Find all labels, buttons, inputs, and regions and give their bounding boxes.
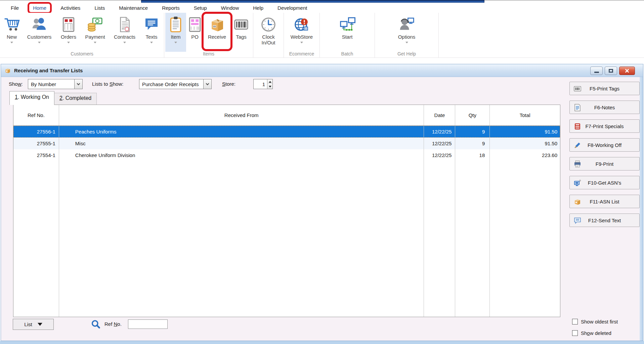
menu-item-window[interactable]: Window bbox=[220, 4, 240, 11]
window-title: Receiving and Transfer Lists bbox=[14, 68, 83, 73]
orders-icon bbox=[59, 15, 78, 34]
payment-icon bbox=[86, 15, 104, 34]
chevron-down-icon[interactable] bbox=[174, 42, 177, 43]
fkey-button-f8workingoff[interactable]: F8-Working Off bbox=[569, 138, 640, 152]
chevron-down-icon[interactable] bbox=[10, 42, 13, 43]
table-body: 27556-1Peaches Uniforms12/22/25991.50275… bbox=[13, 126, 560, 161]
tab-workingon[interactable]: 1. Working On bbox=[9, 91, 54, 105]
toolbar-button-label: Clock In/Out bbox=[262, 34, 275, 46]
fkey-button-f6notes[interactable]: F6-Notes bbox=[569, 101, 640, 114]
tags-icon bbox=[232, 15, 250, 34]
menu-item-reports[interactable]: Reports bbox=[161, 4, 180, 11]
table-row[interactable]: 27556-1Peaches Uniforms12/22/25991.50 bbox=[13, 126, 560, 138]
empty-column bbox=[490, 161, 560, 317]
minimize-button[interactable] bbox=[590, 67, 603, 75]
toolbar-group-label: Batch bbox=[320, 51, 375, 56]
fkey-button-f11asnlist[interactable]: F11-ASN List bbox=[569, 195, 640, 208]
fkey-button-f7printspecials[interactable]: F7-Print Specials bbox=[569, 119, 640, 133]
show-dropdown-value: By Number bbox=[31, 81, 56, 87]
menu-item-home[interactable]: Home bbox=[32, 4, 47, 11]
menu-item-maintenance[interactable]: Maintenance bbox=[118, 4, 148, 11]
toolbar-button-orders[interactable]: Orders bbox=[56, 13, 81, 52]
chevron-down-icon[interactable] bbox=[123, 42, 126, 43]
list-menu-button[interactable]: List bbox=[13, 319, 54, 330]
toolbar-button-label: Receive bbox=[208, 34, 226, 40]
chevron-down-icon[interactable] bbox=[38, 42, 41, 43]
fkey-label: F8-Working Off bbox=[588, 142, 621, 148]
store-spinner[interactable]: 1 bbox=[253, 79, 273, 89]
store-label: Store: bbox=[222, 81, 235, 87]
box-icon bbox=[573, 198, 582, 206]
checkbox[interactable] bbox=[572, 330, 578, 336]
toolbar-button-start[interactable]: Start bbox=[322, 13, 373, 52]
toolbar-button-new[interactable]: New bbox=[1, 13, 23, 52]
toolbar-button-po[interactable]: PO bbox=[186, 13, 204, 52]
show-dropdown[interactable]: By Number bbox=[28, 79, 83, 89]
toolbar-button-receive[interactable]: Receive bbox=[204, 13, 230, 52]
table-row[interactable]: 27555-1Misc12/22/25991.50 bbox=[13, 138, 560, 149]
maximize-button[interactable] bbox=[605, 67, 617, 75]
column-header-total[interactable]: Total bbox=[490, 105, 560, 125]
column-header-date[interactable]: Date bbox=[424, 105, 455, 125]
fkey-button-f9print[interactable]: F9-Print bbox=[569, 157, 640, 170]
checkbox[interactable] bbox=[572, 319, 578, 324]
tab-completed[interactable]: 2. Completed bbox=[54, 93, 97, 105]
chevron-down-icon[interactable] bbox=[203, 79, 211, 89]
window-controls bbox=[590, 67, 635, 75]
fkey-button-f5printtags[interactable]: F5-Print Tags bbox=[569, 82, 640, 95]
menu-item-development[interactable]: Development bbox=[277, 4, 308, 11]
printer-icon bbox=[573, 160, 582, 168]
cell-date: 12/22/25 bbox=[424, 138, 455, 149]
window-titlebar[interactable]: Receiving and Transfer Lists bbox=[1, 64, 643, 77]
cart-icon bbox=[3, 15, 21, 34]
cell-qty: 9 bbox=[455, 126, 490, 138]
toolbar-button-item[interactable]: Item bbox=[165, 13, 186, 52]
options-icon bbox=[398, 15, 416, 34]
toolbar-button-tags[interactable]: Tags bbox=[230, 13, 252, 52]
pencil-icon bbox=[573, 141, 582, 149]
cell-qty: 9 bbox=[455, 138, 490, 149]
menu-item-file[interactable]: File bbox=[10, 4, 19, 11]
chevron-down-icon[interactable] bbox=[405, 42, 408, 43]
toolbar-button-contracts[interactable]: Contracts bbox=[109, 13, 140, 52]
ref-no-label: Ref No. bbox=[104, 321, 122, 327]
chevron-down-icon[interactable] bbox=[300, 42, 303, 43]
toolbar-button-options[interactable]: Options bbox=[390, 13, 424, 52]
toolbar-button-label: Start bbox=[342, 34, 353, 40]
table-row[interactable]: 27554-1Cherokee Uniform Division12/22/25… bbox=[13, 149, 560, 161]
cell-date: 12/22/25 bbox=[424, 126, 455, 138]
window-frame-bottom bbox=[0, 341, 644, 344]
toolbar-button-webstore[interactable]: WebStore bbox=[285, 13, 318, 52]
spinner-up-icon bbox=[269, 81, 271, 83]
spinner-down-button[interactable] bbox=[267, 84, 272, 89]
chevron-down-icon[interactable] bbox=[150, 42, 153, 43]
fkey-label: F7-Print Specials bbox=[585, 123, 624, 129]
spinner-up-button[interactable] bbox=[267, 79, 272, 84]
chevron-down-icon[interactable] bbox=[74, 79, 82, 89]
contracts-icon bbox=[116, 15, 134, 34]
column-header-refno[interactable]: Ref No. bbox=[13, 105, 59, 125]
fkey-button-f10getasns[interactable]: F10-Get ASN's bbox=[569, 176, 640, 189]
close-button[interactable] bbox=[619, 67, 635, 75]
toolbar-button-label: WebStore bbox=[291, 34, 313, 40]
toolbar-button-customers[interactable]: Customers bbox=[23, 13, 56, 52]
lists-to-show-dropdown[interactable]: Purchase Order Receipts bbox=[139, 79, 212, 89]
menu-item-lists[interactable]: Lists bbox=[94, 4, 105, 11]
menu-item-setup[interactable]: Setup bbox=[193, 4, 208, 11]
cell-received-from: Cherokee Uniform Division bbox=[59, 149, 424, 161]
empty-column bbox=[455, 161, 490, 317]
toolbar-button-texts[interactable]: Texts bbox=[140, 13, 163, 52]
column-header-qty[interactable]: Qty bbox=[455, 105, 490, 125]
chevron-down-icon[interactable] bbox=[94, 42, 96, 43]
chat-icon bbox=[573, 217, 582, 225]
toolbar-button-clockinout[interactable]: Clock In/Out bbox=[254, 13, 283, 52]
chevron-down-icon[interactable] bbox=[67, 42, 70, 43]
toolbar-button-payment[interactable]: Payment bbox=[81, 13, 109, 52]
start-icon bbox=[338, 15, 356, 34]
column-header-receivedfrom[interactable]: Received From bbox=[59, 105, 424, 125]
store-spinner-arrows bbox=[267, 79, 272, 89]
ref-no-input[interactable] bbox=[128, 319, 168, 329]
menu-item-activities[interactable]: Activities bbox=[60, 4, 81, 11]
menu-item-help[interactable]: Help bbox=[252, 4, 264, 11]
fkey-button-f12sendtext[interactable]: F12-Send Text bbox=[569, 214, 640, 227]
